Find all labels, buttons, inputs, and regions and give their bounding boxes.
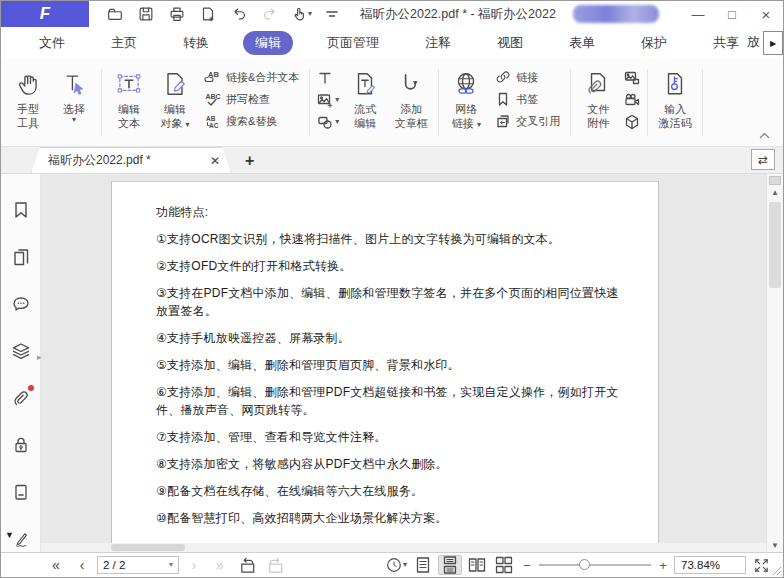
tab-share[interactable]: 共享: [701, 31, 751, 55]
print-button[interactable]: [165, 3, 189, 25]
tab-page-manage[interactable]: 页面管理: [315, 31, 391, 55]
web-link-button[interactable]: 网络 链接 ▾: [443, 63, 489, 144]
horizontal-scrollbar-thumb[interactable]: [111, 544, 185, 551]
scroll-down-arrow[interactable]: ▼: [767, 541, 783, 550]
view-tools-group: ▾ − + 73.84%: [384, 555, 773, 575]
insert-image-annotation-button[interactable]: [624, 69, 640, 86]
facing-view-button[interactable]: [465, 555, 489, 575]
previous-view-button[interactable]: [235, 555, 259, 575]
ribbon-toolbar: 手型 工具 选择 ▾ 编辑 文本 编辑 对象 ▾ AB 链接&合并文本 ABC …: [1, 59, 783, 147]
link-merge-icon: AB: [204, 69, 221, 86]
page-indicator: 2 / 2: [103, 559, 125, 571]
panel-expand-handle[interactable]: ▸: [37, 352, 42, 362]
facing-continuous-view-button[interactable]: [492, 555, 516, 575]
file-attachment-button[interactable]: 文件 附件: [575, 63, 621, 144]
cross-reference-button[interactable]: 交叉引用: [493, 112, 562, 130]
zoom-level-box[interactable]: 73.84%: [674, 556, 746, 574]
last-page-button[interactable]: »: [209, 558, 231, 572]
split-view-handle[interactable]: [769, 176, 781, 185]
customize-toolbar-button[interactable]: [320, 3, 344, 25]
undo-icon: [230, 5, 248, 23]
pdf-page[interactable]: 功能特点: ①支持OCR图文识别，快速将扫描件、图片上的文字转换为可编辑的文本。…: [111, 181, 659, 552]
open-file-button[interactable]: [103, 3, 127, 25]
add-image-button[interactable]: ▾: [317, 91, 339, 108]
page-number-box[interactable]: 2 / 2 ▾: [97, 556, 179, 574]
attachments-panel-button[interactable]: [10, 388, 32, 408]
add-text-button[interactable]: [317, 69, 339, 86]
dropdown-caret: ▾: [72, 116, 76, 124]
zoom-slider-thumb[interactable]: [579, 559, 590, 570]
activation-code-button[interactable]: 输入 激活码: [652, 63, 698, 144]
tab-view[interactable]: 视图: [485, 31, 535, 55]
link-button[interactable]: 链接: [493, 68, 562, 86]
document-viewport[interactable]: 功能特点: ①支持OCR图文识别，快速将扫描件、图片上的文字转换为可编辑的文本。…: [41, 174, 766, 552]
tab-edit[interactable]: 编辑: [243, 31, 293, 55]
button-label: 编辑 文本: [118, 102, 140, 130]
flow-edit-button[interactable]: 流式 编辑: [342, 63, 388, 144]
window-resize-grip[interactable]: [770, 564, 782, 576]
security-panel-button[interactable]: [10, 435, 32, 455]
tab-scroll-right-button[interactable]: ▶: [763, 31, 783, 55]
save-button[interactable]: [134, 3, 158, 25]
app-logo[interactable]: F: [1, 1, 89, 27]
next-page-button[interactable]: ›: [183, 558, 205, 572]
scroll-up-arrow[interactable]: ▲: [767, 188, 783, 197]
flow-edit-icon: [351, 66, 379, 102]
pages-panel-button[interactable]: [10, 247, 32, 267]
next-view-button[interactable]: [263, 555, 287, 575]
facing-pages-icon: [468, 556, 486, 574]
vertical-scrollbar-thumb[interactable]: [769, 202, 781, 288]
comments-panel-button[interactable]: [10, 294, 32, 314]
minimize-button[interactable]: —: [681, 2, 715, 26]
document-tab[interactable]: 福昕办公2022.pdf * ✕: [31, 147, 231, 173]
zoom-slider-track[interactable]: [539, 564, 651, 566]
edit-object-button[interactable]: 编辑 对象 ▾: [152, 63, 198, 144]
tab-close-icon[interactable]: ✕: [210, 154, 220, 168]
insert-3d-button[interactable]: [624, 113, 640, 130]
layers-panel-button[interactable]: [10, 341, 32, 361]
video-camera-icon: [624, 92, 640, 108]
select-tool-button[interactable]: 选择 ▾: [51, 63, 97, 144]
maximize-button[interactable]: □: [715, 2, 749, 26]
more-panels-button[interactable]: ▼: [5, 530, 14, 540]
add-article-box-button[interactable]: 添加 文章框: [388, 63, 434, 144]
user-account-badge[interactable]: [573, 5, 659, 23]
collapse-ribbon-button[interactable]: [758, 131, 771, 140]
hand-tool-button[interactable]: 手型 工具: [5, 63, 51, 144]
status-tool-selector[interactable]: ▾: [384, 555, 408, 575]
spell-check-button[interactable]: ABC 拼写检查: [202, 90, 301, 108]
edit-text-button[interactable]: 编辑 文本: [106, 63, 152, 144]
tab-form[interactable]: 表单: [557, 31, 607, 55]
undo-button[interactable]: [227, 3, 251, 25]
zoom-in-button[interactable]: +: [657, 558, 669, 573]
bookmarks-panel-button[interactable]: [10, 200, 32, 220]
horizontal-scrollbar[interactable]: [41, 543, 766, 552]
add-image-icon: [317, 92, 333, 108]
vertical-scrollbar[interactable]: ▲ ▼: [766, 174, 783, 552]
add-shapes-button[interactable]: ▾: [317, 113, 339, 130]
tab-file[interactable]: 文件: [27, 31, 77, 55]
touch-mode-button[interactable]: ▾: [289, 3, 313, 25]
single-page-view-button[interactable]: [411, 555, 435, 575]
tab-protect[interactable]: 保护: [629, 31, 679, 55]
continuous-view-button[interactable]: [438, 555, 462, 575]
bookmark-button[interactable]: 书签: [493, 90, 562, 108]
new-document-button[interactable]: [196, 3, 220, 25]
close-button[interactable]: ×: [749, 2, 783, 26]
insert-video-button[interactable]: [624, 91, 640, 108]
first-page-button[interactable]: «: [45, 558, 67, 572]
new-tab-button[interactable]: +: [245, 152, 254, 170]
redo-button[interactable]: [258, 3, 282, 25]
search-replace-button[interactable]: ABAC 搜索&替换: [202, 112, 301, 130]
tab-comment[interactable]: 注释: [413, 31, 463, 55]
switch-tabs-button[interactable]: ⇄: [751, 149, 775, 170]
zoom-out-button[interactable]: −: [521, 558, 533, 573]
previous-page-button[interactable]: ‹: [71, 558, 93, 572]
zoom-value: 73.84%: [681, 559, 720, 571]
tab-home[interactable]: 主页: [99, 31, 149, 55]
ribbon-separator: [647, 69, 648, 136]
link-merge-text-button[interactable]: AB 链接&合并文本: [202, 68, 301, 86]
tab-convert[interactable]: 转换: [171, 31, 221, 55]
facing-continuous-icon: [495, 556, 513, 574]
destinations-panel-button[interactable]: [10, 482, 32, 502]
